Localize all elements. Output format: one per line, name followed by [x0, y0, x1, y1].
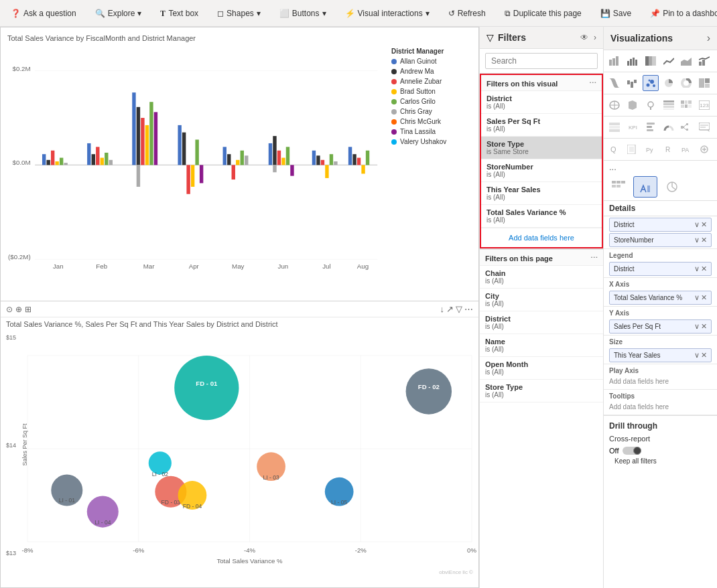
drill-left-icon[interactable]: ⊙: [6, 305, 13, 314]
viz-icon-stacked-bar[interactable]: [606, 53, 623, 69]
page-filters-menu-icon[interactable]: ⋯: [590, 254, 598, 263]
viz-icon-r[interactable]: R: [661, 141, 677, 157]
svg-point-73: [406, 368, 452, 414]
viz-icon-donut[interactable]: [678, 75, 694, 91]
field-legend-expand-icon[interactable]: ∨: [694, 265, 700, 273]
field-xaxis-remove-icon[interactable]: ✕: [701, 293, 707, 302]
field-legend-remove-icon[interactable]: ✕: [701, 265, 707, 273]
viz-icon-filled-map[interactable]: [625, 97, 641, 113]
svg-rect-148: [686, 129, 688, 131]
svg-text:Mar: Mar: [143, 263, 155, 270]
viz-icon-power-apps[interactable]: PA: [678, 141, 694, 157]
viz-icon-ribbon[interactable]: [606, 75, 623, 91]
field-well-store-number[interactable]: StoreNumber ∨ ✕: [609, 233, 712, 247]
viz-icon-table[interactable]: [661, 97, 677, 113]
svg-text:Apr: Apr: [189, 263, 200, 270]
viz-icon-paginated[interactable]: [625, 141, 641, 157]
field-well-legend[interactable]: District ∨ ✕: [609, 262, 712, 276]
viz-icon-combo[interactable]: [696, 53, 712, 69]
viz-icon-azure-map[interactable]: [643, 97, 659, 113]
viz-icon-python[interactable]: Py: [643, 141, 659, 157]
viz-icon-decomp-tree[interactable]: [678, 119, 694, 135]
viz-icon-multirow-card[interactable]: [606, 119, 623, 135]
viz-icon-line[interactable]: [661, 53, 677, 69]
viz-icon-map[interactable]: [606, 97, 623, 113]
text-box-button[interactable]: 𝐓 Text box: [155, 6, 204, 21]
legend-dot-6: [391, 119, 397, 125]
visual-interactions-button[interactable]: ⚡ Visual interactions ▾: [340, 6, 435, 21]
page-filter-district[interactable]: District is (All): [480, 311, 603, 334]
shapes-button[interactable]: ◻ Shapes ▾: [212, 6, 266, 21]
toggle-track[interactable]: [623, 447, 641, 455]
viz-icon-custom[interactable]: [696, 141, 712, 157]
page-filter-open-month[interactable]: Open Month is (All): [480, 357, 603, 380]
field-well-yaxis[interactable]: Sales Per Sq Ft ∨ ✕: [609, 319, 712, 334]
viz-icon-pie[interactable]: [661, 75, 677, 91]
viz-icon-treemap[interactable]: [696, 75, 712, 91]
viz-icon-scatter[interactable]: [643, 75, 659, 91]
field-yaxis-expand-icon[interactable]: ∨: [694, 322, 700, 331]
chart-top[interactable]: Total Sales Variance by FiscalMonth and …: [0, 27, 479, 301]
buttons-button[interactable]: ⬜ Buttons ▾: [274, 6, 332, 21]
field-yaxis-remove-icon[interactable]: ✕: [701, 322, 707, 331]
field-size-expand-icon[interactable]: ∨: [694, 351, 700, 360]
page-filter-store-type[interactable]: Store Type is (All): [480, 380, 603, 402]
viz-icon-gauge[interactable]: [661, 119, 677, 135]
page-filter-name[interactable]: Name is (All): [480, 334, 603, 357]
go-to-icon[interactable]: ↓: [440, 304, 445, 314]
viz-fields-icon[interactable]: [606, 176, 631, 198]
field-size-remove-icon[interactable]: ✕: [701, 351, 707, 360]
field-store-expand-icon[interactable]: ∨: [694, 236, 700, 244]
viz-icon-kpi[interactable]: KPI: [625, 119, 641, 135]
duplicate-button[interactable]: ⧉ Duplicate this page: [499, 6, 587, 21]
field-add-tooltips[interactable]: Add data fields here: [604, 401, 717, 415]
explore-button[interactable]: 🔍 Explore ▾: [90, 6, 147, 21]
filter-this-year-sales[interactable]: This Year Sales is (All): [481, 182, 602, 205]
viz-dots-more[interactable]: ...: [604, 161, 717, 173]
field-remove-icon[interactable]: ✕: [701, 220, 707, 229]
filters-eye-icon[interactable]: 👁: [580, 33, 588, 42]
viz-icon-card[interactable]: 123: [696, 97, 712, 113]
filters-expand-icon[interactable]: ›: [594, 33, 596, 42]
filter-sales-per-sqft[interactable]: Sales Per Sq Ft is (All): [481, 114, 602, 137]
filter-store-number[interactable]: StoreNumber is (All): [481, 159, 602, 182]
ask-question-button[interactable]: ❓ Ask a question: [5, 6, 82, 21]
field-well-xaxis[interactable]: Total Sales Variance % ∨ ✕: [609, 291, 712, 305]
field-well-size[interactable]: This Year Sales ∨ ✕: [609, 348, 712, 362]
viz-icon-smart-narrative[interactable]: [696, 119, 712, 135]
page-filter-chain[interactable]: Chain is (All): [480, 266, 603, 289]
refresh-button[interactable]: ↺ Refresh: [443, 6, 491, 21]
svg-text:-2%: -2%: [355, 546, 367, 554]
pin-button[interactable]: 📌 Pin to a dashbo...: [645, 6, 717, 21]
viz-icon-waterfall[interactable]: [625, 75, 641, 91]
viz-icon-area[interactable]: [678, 53, 694, 69]
visual-filters-menu-icon[interactable]: ⋯: [589, 79, 596, 88]
drill-toggle[interactable]: Off: [609, 447, 712, 455]
viz-icon-slicer[interactable]: [643, 119, 659, 135]
page-filter-city[interactable]: City is (All): [480, 289, 603, 311]
viz-expand-icon[interactable]: ›: [707, 32, 710, 44]
viz-analytics-icon[interactable]: [660, 176, 684, 198]
field-xaxis-expand-icon[interactable]: ∨: [694, 293, 700, 302]
field-expand-icon[interactable]: ∨: [694, 220, 700, 229]
viz-icon-100-bar[interactable]: [643, 53, 659, 69]
ellipsis-icon[interactable]: ⋯: [464, 304, 473, 314]
field-add-play-axis[interactable]: Add data fields here: [604, 376, 717, 389]
filter-icon[interactable]: ▽: [456, 304, 462, 314]
viz-icon-qna[interactable]: Q: [606, 141, 623, 157]
filter-store-type[interactable]: Store Type is Same Store: [481, 137, 602, 159]
filter-district[interactable]: District is (All): [481, 91, 602, 114]
field-well-district[interactable]: District ∨ ✕: [609, 218, 712, 232]
save-button[interactable]: 💾 Save: [595, 6, 637, 21]
add-visual-filter-button[interactable]: Add data fields here: [481, 228, 602, 247]
chart-bottom[interactable]: ⊙ ⊕ ⊞ ↓ ↗ ▽ ⋯ Total Sales Variance %, Sa…: [0, 301, 479, 588]
viz-icon-clustered-bar[interactable]: [625, 53, 641, 69]
filter-total-sales-variance[interactable]: Total Sales Variance % is (All): [481, 205, 602, 228]
viz-icon-matrix[interactable]: [678, 97, 694, 113]
drill-all-icon[interactable]: ⊞: [25, 305, 31, 314]
drill-expand-icon[interactable]: ⊕: [15, 305, 22, 314]
field-store-remove-icon[interactable]: ✕: [701, 236, 707, 244]
share-icon[interactable]: ↗: [446, 304, 454, 314]
viz-format-icon[interactable]: [633, 176, 657, 198]
filters-search-input[interactable]: [485, 53, 598, 69]
